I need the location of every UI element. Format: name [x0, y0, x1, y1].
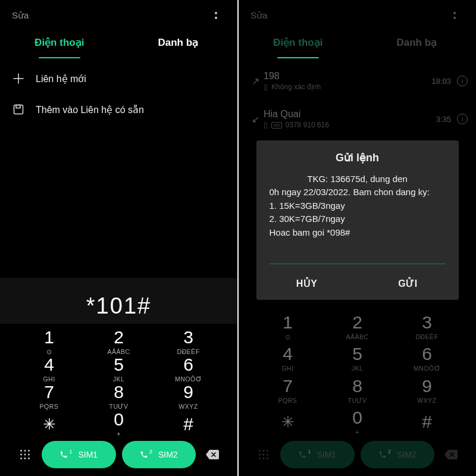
key-4[interactable]: 4GHI — [253, 343, 322, 374]
recent-number: Hia Quai — [264, 109, 436, 120]
key-star[interactable]: ✳ — [253, 406, 322, 438]
key-7[interactable]: 7PQRS — [253, 375, 322, 406]
key-3[interactable]: 3DĐEÊF — [154, 328, 223, 356]
call-sim1-button[interactable]: 1 SIM1 — [280, 441, 355, 468]
key-8[interactable]: 8TUƯV — [84, 383, 154, 411]
svg-point-2 — [20, 450, 22, 452]
key-9[interactable]: 9WXYZ — [154, 383, 223, 411]
svg-point-6 — [24, 454, 26, 456]
phone-left: Sửa Điện thoại Danh bạ Liên hệ mới Thêm … — [0, 0, 237, 476]
svg-point-9 — [24, 458, 26, 459]
svg-rect-0 — [14, 105, 23, 114]
phone-icon — [60, 450, 68, 459]
key-5[interactable]: 5JKL — [322, 343, 392, 374]
key-hash[interactable]: # — [154, 411, 223, 438]
key-7[interactable]: 7PQRS — [14, 383, 84, 411]
recent-number: 198 — [264, 71, 431, 82]
sim2-label: SIM2 — [397, 450, 416, 459]
keypad: 1⊙ 2AĂÂBC 3DĐEÊF 4GHI 5JKL 6MNOÔƠ 7PQRS … — [239, 306, 476, 476]
dialog-input[interactable] — [270, 250, 446, 264]
edit-button[interactable]: Sửa — [12, 10, 211, 21]
edit-button[interactable]: Sửa — [250, 10, 450, 21]
key-1[interactable]: 1⊙ — [253, 311, 322, 343]
more-icon[interactable] — [211, 12, 221, 19]
tabs: Điện thoại Danh bạ — [0, 26, 237, 58]
key-6[interactable]: 6MNOÔƠ — [392, 343, 462, 374]
dialog-line: 0h ngay 22/03/2022. Bam chon dang ky: — [270, 186, 446, 199]
tab-contacts[interactable]: Danh bạ — [119, 26, 238, 58]
key-8[interactable]: 8TUƯV — [322, 375, 392, 406]
tab-phone[interactable]: Điện thoại — [239, 26, 358, 58]
new-contact-label: Liên hệ mới — [36, 73, 86, 84]
call-sim1-button[interactable]: 1 SIM1 — [42, 441, 116, 468]
dialog-body: TKG: 136675d, dung den 0h ngay 22/03/202… — [256, 170, 459, 246]
svg-point-4 — [28, 450, 30, 452]
sim2-sup: 2 — [388, 449, 391, 455]
backspace-icon[interactable] — [440, 449, 462, 461]
key-star[interactable]: ✳ — [14, 411, 84, 438]
new-contact-row[interactable]: Liên hệ mới — [12, 63, 226, 94]
recent-sub: Không xác định — [271, 83, 321, 91]
key-0[interactable]: 0+ — [84, 411, 154, 438]
svg-point-18 — [263, 458, 265, 459]
key-2[interactable]: 2AĂÂBC — [322, 311, 392, 343]
svg-point-7 — [28, 454, 30, 456]
recent-row[interactable]: ↗ 198 ▯Không xác định 18:03 i — [247, 62, 468, 100]
key-1[interactable]: 1⊙ — [14, 328, 84, 356]
ussd-dialog: Gửi lệnh TKG: 136675d, dung den 0h ngay … — [256, 140, 459, 300]
dialog-title: Gửi lệnh — [256, 140, 459, 170]
key-2[interactable]: 2AĂÂBC — [84, 328, 154, 356]
svg-point-10 — [28, 458, 30, 459]
phone-icon — [140, 450, 148, 459]
svg-point-14 — [259, 454, 261, 456]
svg-rect-1 — [16, 105, 20, 108]
sim-badge-icon: ▯ — [264, 121, 268, 129]
topbar: Sửa — [0, 0, 237, 26]
recent-row[interactable]: ↙ Hia Quai ▯HD0378 910 616 3:35 i — [247, 100, 468, 138]
topbar: Sửa — [239, 0, 476, 26]
sim-bar: 1 SIM1 2 SIM2 — [253, 438, 462, 476]
tab-contacts[interactable]: Danh bạ — [358, 26, 477, 58]
dialpad-toggle-icon[interactable] — [14, 448, 36, 461]
dialpad-toggle-icon[interactable] — [253, 448, 274, 461]
key-0[interactable]: 0+ — [322, 406, 392, 438]
svg-point-15 — [263, 454, 265, 456]
phone-right: Sửa Điện thoại Danh bạ ↗ 198 ▯Không xác … — [239, 0, 476, 476]
sim-bar: 1 SIM1 2 SIM2 — [14, 438, 223, 476]
svg-point-16 — [267, 454, 268, 456]
info-icon[interactable]: i — [457, 114, 468, 124]
key-4[interactable]: 4GHI — [14, 356, 84, 383]
dialog-line: Hoac bam goi *098# — [270, 226, 446, 240]
svg-point-13 — [267, 450, 268, 452]
dialog-line: 2. 30K=7GB/7ngay — [270, 212, 446, 226]
key-3[interactable]: 3DĐEÊF — [392, 311, 462, 343]
key-9[interactable]: 9WXYZ — [392, 375, 462, 406]
dialog-line: TKG: 136675d, dung den — [270, 173, 446, 186]
contact-options: Liên hệ mới Thêm vào Liên hệ có sẵn — [0, 58, 237, 130]
svg-point-11 — [259, 450, 261, 452]
sim1-label: SIM1 — [78, 450, 98, 459]
recent-sub: 0378 910 616 — [286, 121, 329, 129]
cancel-button[interactable]: HỦY — [256, 267, 358, 300]
key-6[interactable]: 6MNOÔƠ — [154, 356, 223, 383]
svg-point-12 — [263, 450, 265, 452]
svg-point-17 — [259, 458, 261, 459]
send-button[interactable]: GỬI — [358, 267, 459, 300]
sim1-sup: 1 — [308, 449, 311, 455]
sim2-label: SIM2 — [158, 450, 178, 459]
key-hash[interactable]: # — [392, 406, 462, 438]
backspace-icon[interactable] — [202, 449, 223, 461]
phone-icon — [378, 450, 387, 459]
hd-badge-icon: HD — [271, 122, 282, 129]
call-sim2-button[interactable]: 2 SIM2 — [122, 441, 196, 468]
key-5[interactable]: 5JKL — [84, 356, 154, 383]
dialog-actions: HỦY GỬI — [256, 267, 459, 300]
sim-badge-icon: ▯ — [264, 83, 268, 91]
call-sim2-button[interactable]: 2 SIM2 — [361, 441, 435, 468]
add-existing-row[interactable]: Thêm vào Liên hệ có sẵn — [12, 94, 226, 125]
info-icon[interactable]: i — [457, 76, 468, 86]
tab-phone[interactable]: Điện thoại — [0, 26, 119, 58]
sim2-sup: 2 — [149, 449, 152, 455]
outgoing-call-icon: ↗ — [247, 76, 264, 87]
more-icon[interactable] — [450, 12, 459, 19]
